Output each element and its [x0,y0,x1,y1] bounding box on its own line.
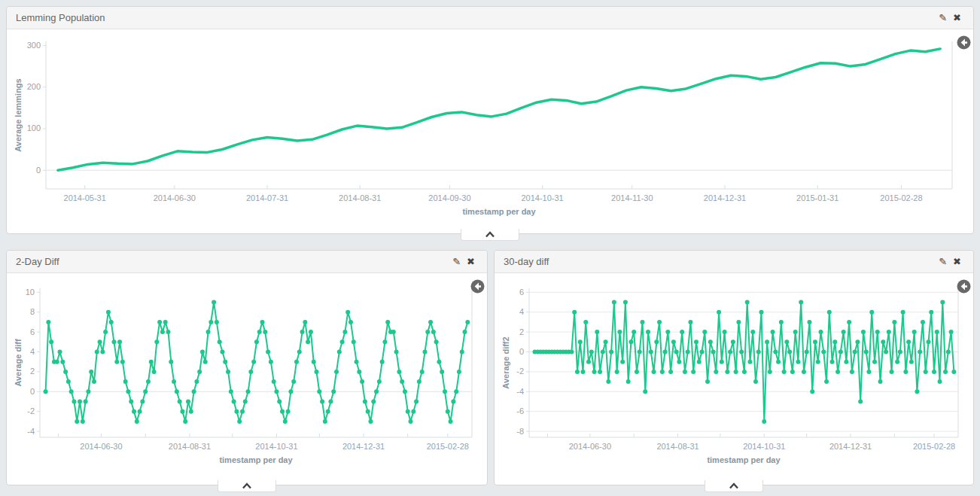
svg-text:0: 0 [519,347,524,356]
panel-title: 30-day diff [504,256,936,267]
svg-text:2014-10-31: 2014-10-31 [521,193,563,202]
svg-text:2014-12-31: 2014-12-31 [342,442,385,451]
svg-text:-4: -4 [27,427,35,436]
panel-30-day-diff: 30-day diff ✎ ✖ 6420-2-4-6-82014-06-3020… [494,250,974,485]
svg-text:100: 100 [27,123,41,132]
svg-text:2014-08-31: 2014-08-31 [656,442,698,451]
svg-text:2015-02-28: 2015-02-28 [913,442,955,451]
svg-text:-8: -8 [516,427,524,436]
close-panel-icon[interactable]: ✖ [950,11,964,24]
svg-text:2014-08-31: 2014-08-31 [339,193,381,202]
collapse-panel-button[interactable] [705,480,763,492]
svg-text:Average diff: Average diff [14,339,23,387]
svg-text:timestamp per day: timestamp per day [462,207,536,216]
two-day-diff-chart[interactable]: 1086420-2-42014-06-302014-08-312014-10-3… [13,278,481,479]
zoom-out-button[interactable] [470,279,485,294]
svg-text:-2: -2 [27,406,35,415]
svg-text:0: 0 [36,166,41,175]
svg-text:2: 2 [519,327,524,336]
svg-text:2014-12-31: 2014-12-31 [829,442,872,451]
svg-text:-4: -4 [516,387,524,396]
svg-text:2015-02-28: 2015-02-28 [427,442,469,451]
circle-back-arrow-icon [470,279,485,294]
chart-area: 6420-2-4-6-82014-06-302014-08-312014-10-… [495,273,973,482]
zoom-out-button[interactable] [956,279,971,294]
svg-text:2014-10-31: 2014-10-31 [255,442,297,451]
svg-text:4: 4 [519,307,524,316]
collapse-panel-button[interactable] [218,480,276,492]
svg-text:2014-06-30: 2014-06-30 [569,442,611,451]
panel-title: 2-Day Diff [16,256,449,267]
svg-text:300: 300 [27,41,41,50]
panel-header: Lemming Population ✎ ✖ [7,7,973,29]
panel-2-day-diff: 2-Day Diff ✎ ✖ 1086420-2-42014-06-302014… [6,250,488,485]
lemming-population-chart[interactable]: 01002003002014-05-312014-06-302014-07-31… [13,34,967,228]
svg-text:2015-02-28: 2015-02-28 [880,193,922,202]
svg-text:0: 0 [30,387,35,396]
svg-text:-2: -2 [516,367,524,376]
svg-text:timestamp per day: timestamp per day [219,455,293,464]
circle-back-arrow-icon [957,35,971,50]
svg-text:10: 10 [26,288,35,297]
svg-text:6: 6 [519,288,524,297]
panel-lemming-population: Lemming Population ✎ ✖ 01002003002014-05… [6,6,974,234]
svg-text:2014-08-31: 2014-08-31 [169,442,211,451]
collapse-chevron-icon [242,482,252,489]
collapse-chevron-icon [485,231,495,238]
svg-text:-6: -6 [516,406,524,415]
zoom-out-button[interactable] [956,35,971,50]
svg-text:timestamp per day: timestamp per day [707,455,781,464]
chart-area: 01002003002014-05-312014-06-302014-07-31… [7,29,973,231]
svg-text:Average lemmings: Average lemmings [14,78,23,151]
svg-text:2014-07-31: 2014-07-31 [246,193,288,202]
svg-text:2014-06-30: 2014-06-30 [154,193,196,202]
svg-text:2014-05-31: 2014-05-31 [64,193,106,202]
circle-back-arrow-icon [957,279,971,294]
collapse-panel-button[interactable] [461,229,519,241]
svg-text:2014-11-30: 2014-11-30 [611,193,653,202]
chart-area: 1086420-2-42014-06-302014-08-312014-10-3… [7,273,487,482]
collapse-chevron-icon [729,482,739,489]
thirty-day-diff-chart[interactable]: 6420-2-4-6-82014-06-302014-08-312014-10-… [501,278,967,479]
close-panel-icon[interactable]: ✖ [950,255,964,268]
svg-text:2: 2 [30,367,35,376]
close-panel-icon[interactable]: ✖ [464,255,478,268]
svg-text:2015-01-31: 2015-01-31 [796,193,838,202]
svg-text:8: 8 [30,307,35,316]
svg-text:6: 6 [30,327,35,336]
panel-header: 2-Day Diff ✎ ✖ [7,251,487,273]
panel-title: Lemming Population [16,12,936,23]
svg-text:200: 200 [27,82,41,91]
svg-text:2014-06-30: 2014-06-30 [80,442,122,451]
edit-panel-icon[interactable]: ✎ [936,11,950,24]
svg-text:2014-10-31: 2014-10-31 [743,442,785,451]
svg-text:Average diff2: Average diff2 [501,336,510,388]
svg-text:2014-09-30: 2014-09-30 [428,193,470,202]
edit-panel-icon[interactable]: ✎ [936,255,950,268]
svg-text:2014-12-31: 2014-12-31 [704,193,746,202]
svg-text:4: 4 [30,347,35,356]
panel-header: 30-day diff ✎ ✖ [495,251,973,273]
edit-panel-icon[interactable]: ✎ [449,255,464,268]
